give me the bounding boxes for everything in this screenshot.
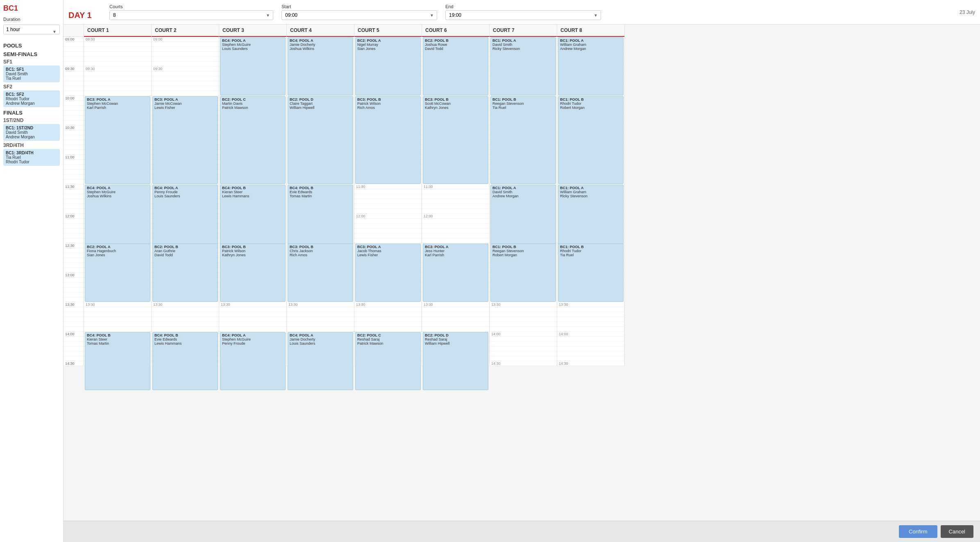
match-block[interactable]: BC2: POOL AFiona HagenbuchSian Jones — [85, 244, 150, 302]
match-block[interactable]: BC3: POOL BPatrick WilsonRich Amos — [355, 96, 421, 184]
match-block-title: BC1: POOL B — [492, 97, 554, 102]
match-block-player: William Hipwell — [425, 341, 486, 346]
court-column-6: COURT 609:0009:3010:0010:3011:0011:3012:… — [422, 25, 490, 366]
match-block-title: BC1: POOL A — [492, 186, 554, 190]
courts-control: Courts 8 4 6 — [109, 4, 273, 20]
match-block[interactable]: BC2: POOL CMartin DavisPatrick Mawson — [220, 96, 286, 184]
match-block[interactable]: BC4: POOL AStephen McGuirePenny Froude — [220, 332, 286, 390]
match-block[interactable]: BC3: POOL AJamie McCowanLewis Fisher — [152, 96, 218, 184]
time-row — [557, 312, 624, 317]
time-slot — [64, 194, 84, 199]
time-row — [219, 327, 286, 332]
match-block[interactable]: BC2: POOL BAran GuthrieDavid Todd — [152, 244, 218, 302]
time-row — [152, 71, 219, 76]
time-slot — [64, 336, 84, 341]
match-block-player: Penny Froude — [154, 190, 216, 194]
time-row — [152, 47, 219, 52]
sidebar-match-card[interactable]: BC1: SF2Rhodri TudorAndrew Morgan — [3, 90, 60, 107]
sidebar-match-card[interactable]: BC1: 1ST/2NDDavid SmithAndrew Morgan — [3, 124, 60, 141]
match-block[interactable]: BC2: POOL DReshad SarajWilliam Hipwell — [423, 332, 488, 390]
match-block[interactable]: BC2: POOL DClaire TaggartWilliam Hipwell — [288, 96, 353, 184]
match-block-player: Rich Amos — [290, 253, 351, 257]
cancel-button[interactable]: Cancel — [941, 525, 973, 538]
start-control: Start 09:00 08:00 10:00 — [281, 4, 437, 20]
sidebar-match-card[interactable]: BC1: SF1David SmithTia Ruel — [3, 65, 60, 82]
schedule-area[interactable]: 09:0009:3010:0010:3011:0011:3012:0012:30… — [64, 25, 980, 521]
duration-select[interactable]: 1 hour 30 minutes 1.5 hours 2 hours — [3, 25, 60, 34]
match-block-player: David Todd — [425, 47, 486, 51]
match-block-player: Karl Parrish — [87, 106, 148, 110]
match-block-player: Robert Morgan — [492, 253, 554, 257]
time-row — [422, 219, 489, 224]
time-row — [422, 224, 489, 228]
time-slot: 13:00 — [64, 273, 84, 278]
match-block[interactable]: BC1: POOL BRhodri TudorTia Ruel — [558, 244, 624, 302]
courts-select[interactable]: 8 4 6 — [109, 10, 273, 20]
time-row — [84, 61, 151, 66]
match-block[interactable]: BC3: POOL BScott McCowanKathryn Jones — [423, 96, 488, 184]
match-block[interactable]: BC1: POOL ADavid SmithRicky Stevenson — [490, 37, 556, 95]
match-block[interactable]: BC2: POOL CReshad SarajPatrick Mawson — [355, 332, 421, 390]
match-block-player: Andrew Morgan — [560, 47, 622, 51]
time-row — [152, 312, 219, 317]
start-select[interactable]: 09:00 08:00 10:00 — [281, 10, 437, 20]
match-block[interactable]: BC3: POOL BChris JacksonRich Amos — [288, 244, 353, 302]
time-row: 13:30 — [422, 302, 489, 307]
match-block[interactable]: BC3: POOL AJess HunterKarl Parrish — [423, 244, 488, 302]
confirm-button[interactable]: Confirm — [899, 525, 937, 538]
match-block[interactable]: BC2: POOL BJoshua RoweDavid Todd — [423, 37, 488, 95]
time-row — [354, 209, 422, 214]
time-slot — [64, 91, 84, 96]
match-block[interactable]: BC1: POOL AWilliam GrahamAndrew Morgan — [558, 37, 624, 95]
match-block-title: BC3: POOL B — [290, 245, 351, 249]
time-slot: 12:00 — [64, 214, 84, 219]
match-block-player: Kathryn Jones — [425, 106, 486, 110]
time-slot — [64, 71, 84, 76]
time-slot — [64, 258, 84, 263]
match-block-player: Stephen McCowan — [87, 102, 148, 106]
end-select[interactable]: 19:00 18:00 20:00 — [445, 10, 601, 20]
court-slots-5: 09:0009:3010:0010:3011:0011:3012:0012:30… — [354, 37, 422, 366]
match-block-player: Kieran Steer — [87, 337, 148, 341]
match-block[interactable]: BC3: POOL AJacob ThomasLewis Fisher — [355, 244, 421, 302]
time-slot — [64, 341, 84, 346]
time-slot — [64, 56, 84, 61]
match-block[interactable]: BC1: POOL BRhodri TudorRobert Morgan — [558, 96, 624, 184]
time-row — [354, 194, 422, 199]
match-block-player: Joshua Rowe — [425, 43, 486, 47]
match-block[interactable]: BC2: POOL ANigel MurraySian Jones — [355, 37, 421, 95]
match-card-player: Andrew Morgan — [6, 135, 57, 139]
time-slot — [64, 140, 84, 145]
match-block[interactable]: BC4: POOL BKieran SteerTomas Martin — [85, 332, 150, 390]
match-block[interactable]: BC3: POOL BPatrick WilsonKathryn Jones — [220, 244, 286, 302]
match-block[interactable]: BC4: POOL AStephen McGuireLouis Saunders — [220, 37, 286, 95]
sub-section-sf1: SF1 — [3, 59, 60, 65]
time-row — [84, 47, 151, 52]
match-block-player: Louis Saunders — [222, 47, 284, 51]
time-slot — [64, 263, 84, 268]
match-block-player: Robert Morgan — [560, 106, 622, 110]
match-block[interactable]: BC3: POOL AStephen McCowanKarl Parrish — [85, 96, 150, 184]
match-card-title: BC1: SF2 — [6, 92, 57, 97]
match-block-player: William Graham — [560, 43, 622, 47]
main-content: DAY 1 Courts 8 4 6 Start 09:00 — [64, 0, 980, 542]
time-row — [354, 327, 422, 332]
time-row — [219, 312, 286, 317]
sidebar-match-card[interactable]: BC1: 3RD/4THTia RuelRhodri Tudor — [3, 149, 60, 166]
time-row — [422, 189, 489, 194]
match-block-player: Joshua Wilkins — [290, 47, 351, 51]
match-block-player: Patrick Mawson — [222, 106, 284, 110]
match-block[interactable]: BC4: POOL AJamie DochertyLouis Saunders — [288, 332, 353, 390]
time-row — [219, 322, 286, 327]
match-block[interactable]: BC4: POOL AJamie DochertyJoshua Wilkins — [288, 37, 353, 95]
time-slot — [64, 115, 84, 120]
time-row — [490, 341, 557, 346]
match-block-player: Scott McCowan — [425, 102, 486, 106]
match-block[interactable]: BC4: POOL BEvie EdwardsLewis Hammans — [152, 332, 218, 390]
match-block[interactable]: BC1: POOL BReegan StevensonRobert Morgan — [490, 244, 556, 302]
match-block-title: BC3: POOL A — [154, 97, 216, 102]
time-row — [490, 322, 557, 327]
match-block-player: Joshua Wilkins — [87, 194, 148, 198]
time-slot: 11:00 — [64, 155, 84, 160]
match-block[interactable]: BC1: POOL BReegan StevensonTia Ruel — [490, 96, 556, 184]
